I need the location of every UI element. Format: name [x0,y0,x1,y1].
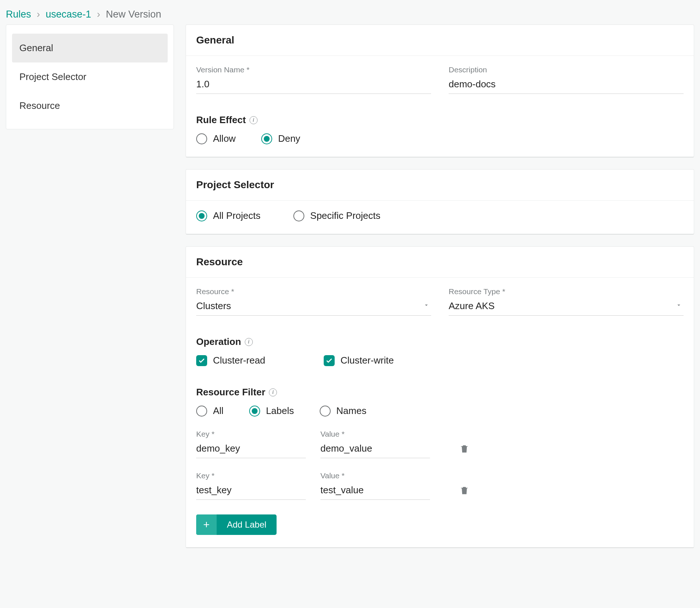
radio-filter-names-label: Names [336,405,366,417]
radio-circle-icon [261,133,272,144]
sidebar: General Project Selector Resource [6,24,174,129]
radio-filter-labels-label: Labels [266,405,294,417]
breadcrumb-sep: › [97,9,100,20]
radio-circle-icon [196,210,207,221]
resource-filter-text: Resource Filter [196,387,265,398]
chevron-down-icon [423,300,430,311]
radio-specific-projects-label: Specific Projects [310,210,380,221]
label-key-input[interactable] [196,441,306,458]
breadcrumb-rules[interactable]: Rules [6,9,31,20]
card-project-selector: Project Selector All Projects Specific P… [186,169,694,235]
radio-circle-icon [196,133,207,144]
radio-deny-label: Deny [278,133,300,144]
resource-filter-label: Resource Filter i [196,387,684,398]
sidebar-item-general[interactable]: General [12,34,168,62]
add-label-button[interactable]: + Add Label [196,514,277,535]
sidebar-item-resource[interactable]: Resource [12,91,168,120]
label-key-label: Key * [196,471,306,480]
checkbox-cluster-read[interactable]: Cluster-read [196,355,265,366]
radio-all-projects[interactable]: All Projects [196,210,260,221]
info-icon[interactable]: i [245,338,253,346]
label-value-label: Value * [320,471,430,480]
breadcrumb-sep: › [37,9,40,20]
trash-icon[interactable] [459,444,469,456]
resource-label: Resource * [196,287,431,296]
check-icon [324,355,335,366]
check-icon [196,355,207,366]
card-header-resource: Resource [186,247,694,278]
radio-circle-icon [196,406,207,417]
resource-select[interactable] [196,298,431,316]
radio-allow-label: Allow [213,133,236,144]
radio-circle-icon [293,210,304,221]
add-label-text: Add Label [217,520,277,530]
resource-type-label: Resource Type * [449,287,684,296]
radio-specific-projects[interactable]: Specific Projects [293,210,380,221]
sidebar-item-project-selector[interactable]: Project Selector [12,62,168,91]
card-general: General Version Name * Description Rule … [186,24,694,157]
label-key-input[interactable] [196,482,306,500]
label-row: Key * Value * [196,430,684,458]
operation-text: Operation [196,336,241,347]
version-name-input[interactable] [196,76,431,94]
radio-circle-icon [249,406,260,417]
radio-allow[interactable]: Allow [196,133,236,144]
checkbox-cluster-read-label: Cluster-read [213,355,265,366]
label-value-label: Value * [320,430,430,438]
radio-circle-icon [320,406,331,417]
rule-effect-label: Rule Effect i [196,114,684,126]
resource-type-select[interactable] [449,298,684,316]
plus-icon: + [196,514,217,535]
breadcrumb-current: New Version [106,9,161,20]
card-header-project-selector: Project Selector [186,170,694,201]
card-header-general: General [186,25,694,56]
radio-filter-names[interactable]: Names [320,405,366,417]
label-value-input[interactable] [320,441,430,458]
label-value-input[interactable] [320,482,430,500]
trash-icon[interactable] [459,485,469,498]
info-icon[interactable]: i [269,388,277,396]
chevron-down-icon [676,300,682,311]
label-key-label: Key * [196,430,306,438]
radio-filter-all-label: All [213,405,224,417]
version-name-label: Version Name * [196,65,431,74]
radio-all-projects-label: All Projects [213,210,260,221]
operation-label: Operation i [196,336,684,347]
description-input[interactable] [449,76,684,94]
radio-deny[interactable]: Deny [261,133,300,144]
radio-filter-all[interactable]: All [196,405,224,417]
radio-filter-labels[interactable]: Labels [249,405,294,417]
description-label: Description [449,65,684,74]
rule-effect-text: Rule Effect [196,114,246,126]
info-icon[interactable]: i [250,116,258,124]
checkbox-cluster-write[interactable]: Cluster-write [324,355,394,366]
card-resource: Resource Resource * Resource Type * [186,246,694,548]
checkbox-cluster-write-label: Cluster-write [341,355,394,366]
breadcrumb: Rules › usecase-1 › New Version [0,0,700,24]
label-row: Key * Value * [196,471,684,500]
breadcrumb-usecase[interactable]: usecase-1 [46,9,91,20]
